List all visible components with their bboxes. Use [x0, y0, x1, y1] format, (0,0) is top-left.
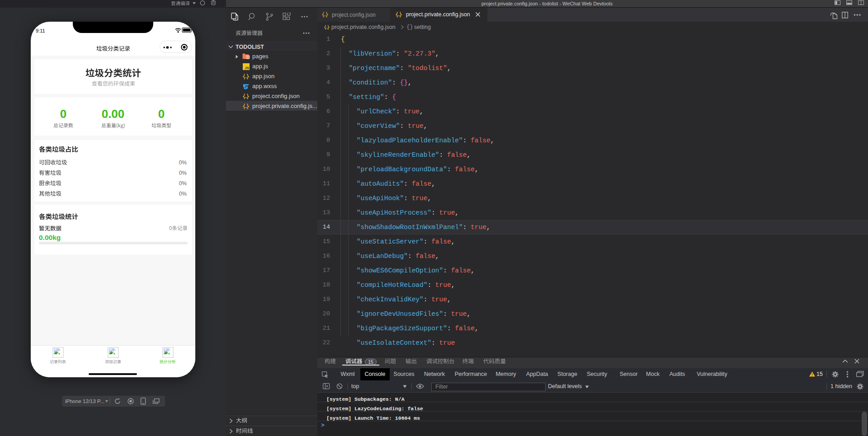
svg-text:JS: JS: [245, 66, 249, 70]
